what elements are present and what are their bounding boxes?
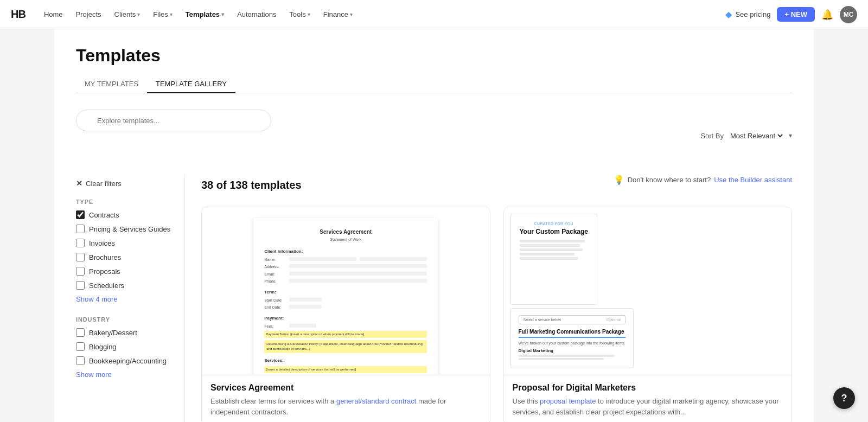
files-chevron-icon: ▾: [170, 11, 173, 17]
filter-industry-section: INDUSTRY Bakery/Dessert Blogging Bookkee…: [76, 316, 174, 379]
template-name-proposal: Proposal for Digital Marketers: [513, 383, 783, 393]
search-input[interactable]: [76, 110, 271, 131]
clear-filters-button[interactable]: ✕ Clear filters: [76, 175, 174, 188]
filter-contracts[interactable]: Contracts: [76, 210, 174, 219]
filter-bakery[interactable]: Bakery/Dessert: [76, 328, 174, 337]
prop-bottom: Select a service below Optional Full Mar…: [510, 308, 634, 368]
tab-my-templates[interactable]: MY TEMPLATES: [76, 75, 147, 93]
tabs: MY TEMPLATES TEMPLATE GALLERY: [76, 75, 792, 93]
help-button[interactable]: ?: [833, 387, 855, 409]
filter-bookkeeping-checkbox[interactable]: [76, 356, 85, 365]
template-desc-services: Establish clear terms for services with …: [210, 396, 481, 417]
tools-chevron-icon: ▾: [308, 11, 310, 17]
sort-chevron-icon: ▾: [789, 132, 792, 139]
tab-template-gallery[interactable]: TEMPLATE GALLERY: [147, 75, 235, 93]
filter-schedulers[interactable]: Schedulers: [76, 281, 174, 290]
content-header: 38 of 138 templates 💡 Don't know where t…: [201, 175, 792, 196]
filter-invoices[interactable]: Invoices: [76, 239, 174, 247]
filter-proposals[interactable]: Proposals: [76, 267, 174, 276]
filter-pricing-checkbox[interactable]: [76, 225, 85, 233]
filter-contracts-checkbox[interactable]: [76, 210, 85, 219]
filter-bakery-checkbox[interactable]: [76, 328, 85, 337]
sort-by-label: Sort By: [700, 132, 724, 140]
nav-templates[interactable]: Templates ▾: [186, 10, 224, 18]
filter-pricing-services[interactable]: Pricing & Services Guides: [76, 225, 174, 233]
nav-finance[interactable]: Finance ▾: [323, 10, 353, 18]
templates-chevron-icon: ▾: [221, 11, 224, 17]
template-name-services: Services Agreement: [210, 383, 481, 393]
show-more-type-link[interactable]: Show 4 more: [76, 295, 174, 303]
prop-top: CURATED FOR YOU Your Custom Package: [510, 214, 597, 305]
nav-home[interactable]: Home: [44, 10, 63, 18]
nav-tools[interactable]: Tools ▾: [289, 10, 310, 18]
template-grid: Services Agreement Statement of Work Cli…: [201, 207, 792, 422]
filter-brochures-checkbox[interactable]: [76, 253, 85, 261]
avatar[interactable]: MC: [840, 6, 857, 23]
content-area: 38 of 138 templates 💡 Don't know where t…: [184, 175, 792, 422]
nav-right: ◆ See pricing + NEW 🔔 MC: [725, 6, 857, 23]
filter-bookkeeping[interactable]: Bookkeeping/Accounting: [76, 356, 174, 365]
nav-projects[interactable]: Projects: [76, 10, 101, 18]
nav-automations[interactable]: Automations: [237, 10, 276, 18]
diamond-icon: ◆: [725, 9, 732, 20]
sort-select[interactable]: Most Relevant Newest Oldest: [728, 131, 784, 140]
page-container: Templates MY TEMPLATES TEMPLATE GALLERY …: [54, 29, 814, 422]
filter-blogging-checkbox[interactable]: [76, 342, 85, 351]
close-icon: ✕: [76, 179, 82, 188]
filter-invoices-checkbox[interactable]: [76, 239, 85, 247]
main-area: ✕ Clear filters TYPE Contracts Pricing &…: [76, 175, 792, 422]
doc-preview-services: Services Agreement Statement of Work Cli…: [253, 218, 438, 375]
filter-schedulers-checkbox[interactable]: [76, 281, 85, 290]
template-card-proposal-digital[interactable]: CURATED FOR YOU Your Custom Package: [503, 207, 793, 422]
see-pricing-button[interactable]: ◆ See pricing: [725, 9, 770, 20]
navbar: HB Home Projects Clients ▾ Files ▾ Templ…: [0, 0, 868, 29]
sidebar: ✕ Clear filters TYPE Contracts Pricing &…: [76, 175, 184, 422]
template-info-proposal: Proposal for Digital Marketers Use this …: [504, 375, 792, 422]
page-title: Templates: [76, 46, 792, 66]
brand-logo[interactable]: HB: [11, 8, 25, 21]
new-button[interactable]: + NEW: [777, 7, 815, 22]
clients-chevron-icon: ▾: [137, 11, 140, 17]
template-preview-services: Services Agreement Statement of Work Cli…: [202, 207, 490, 375]
show-more-industry-link[interactable]: Show more: [76, 370, 174, 379]
filter-type-label: TYPE: [76, 199, 174, 205]
nav-clients[interactable]: Clients ▾: [114, 10, 141, 18]
template-card-services-agreement[interactable]: Services Agreement Statement of Work Cli…: [201, 207, 490, 422]
finance-chevron-icon: ▾: [350, 11, 353, 17]
template-info-services: Services Agreement Establish clear terms…: [202, 375, 490, 422]
bulb-icon: 💡: [614, 175, 624, 185]
search-wrapper: ⌕: [76, 110, 271, 146]
nav-files[interactable]: Files ▾: [153, 10, 172, 18]
template-preview-proposal: CURATED FOR YOU Your Custom Package: [504, 207, 792, 375]
builder-assistant-link[interactable]: Use the Builder assistant: [714, 176, 792, 184]
template-desc-proposal: Use this proposal template to introduce …: [513, 396, 783, 417]
filter-brochures[interactable]: Brochures: [76, 253, 174, 261]
result-count: 38 of 138 templates: [201, 179, 302, 191]
filter-proposals-checkbox[interactable]: [76, 267, 85, 276]
sort-area: Sort By Most Relevant Newest Oldest ▾: [700, 131, 792, 140]
filter-type-section: TYPE Contracts Pricing & Services Guides…: [76, 199, 174, 303]
filter-blogging[interactable]: Blogging: [76, 342, 174, 351]
bell-icon[interactable]: 🔔: [821, 9, 833, 21]
filter-industry-label: INDUSTRY: [76, 316, 174, 323]
assistant-hint: 💡 Don't know where to start? Use the Bui…: [614, 175, 792, 185]
